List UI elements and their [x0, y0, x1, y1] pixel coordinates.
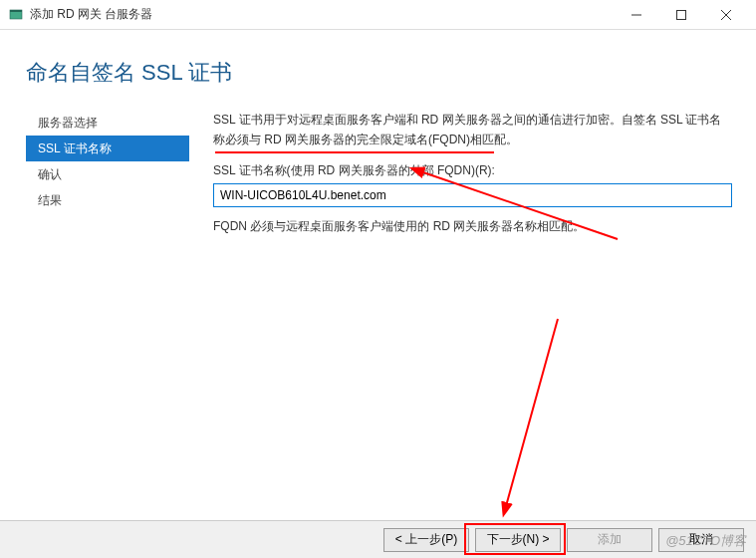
add-button[interactable]: 添加 — [567, 528, 652, 552]
titlebar: 添加 RD 网关 台服务器 — [0, 0, 756, 30]
sidebar-item-ssl-cert-name[interactable]: SSL 证书名称 — [26, 136, 189, 161]
watermark: @51CTO博客 — [665, 532, 746, 550]
sidebar-item-confirm[interactable]: 确认 — [26, 161, 189, 187]
cert-name-label: SSL 证书名称(使用 RD 网关服务器的外部 FQDN)(R): — [213, 162, 732, 179]
button-bar: < 上一步(P) 下一步(N) > 添加 取消 — [0, 520, 756, 558]
sidebar-item-server-select[interactable]: 服务器选择 — [26, 110, 189, 136]
content-area: 命名自签名 SSL 证书 服务器选择 SSL 证书名称 确认 结果 SSL 证书… — [0, 30, 756, 520]
sidebar-item-label: SSL 证书名称 — [38, 140, 112, 157]
minimize-button[interactable] — [614, 1, 658, 29]
sidebar-item-label: 结果 — [38, 192, 62, 209]
maximize-button[interactable] — [658, 1, 703, 29]
cert-name-input[interactable] — [213, 183, 732, 207]
previous-button[interactable]: < 上一步(P) — [383, 528, 469, 552]
window-controls — [614, 1, 748, 29]
window-title: 添加 RD 网关 台服务器 — [30, 6, 152, 23]
app-icon — [8, 7, 24, 23]
svg-rect-1 — [10, 10, 22, 12]
sidebar-item-result[interactable]: 结果 — [26, 187, 189, 213]
next-button[interactable]: 下一步(N) > — [475, 528, 561, 552]
fqdn-hint: FQDN 必须与远程桌面服务客户端使用的 RD 网关服务器名称相匹配。 — [213, 217, 732, 236]
main-content: SSL 证书用于对远程桌面服务客户端和 RD 网关服务器之间的通信进行加密。自签… — [189, 110, 756, 510]
close-button[interactable] — [703, 1, 748, 29]
svg-rect-3 — [676, 10, 685, 19]
sidebar-item-label: 服务器选择 — [38, 115, 98, 132]
sidebar: 服务器选择 SSL 证书名称 确认 结果 — [0, 110, 189, 510]
page-title: 命名自签名 SSL 证书 — [0, 30, 756, 110]
description-text: SSL 证书用于对远程桌面服务客户端和 RD 网关服务器之间的通信进行加密。自签… — [213, 110, 732, 150]
sidebar-item-label: 确认 — [38, 166, 62, 183]
